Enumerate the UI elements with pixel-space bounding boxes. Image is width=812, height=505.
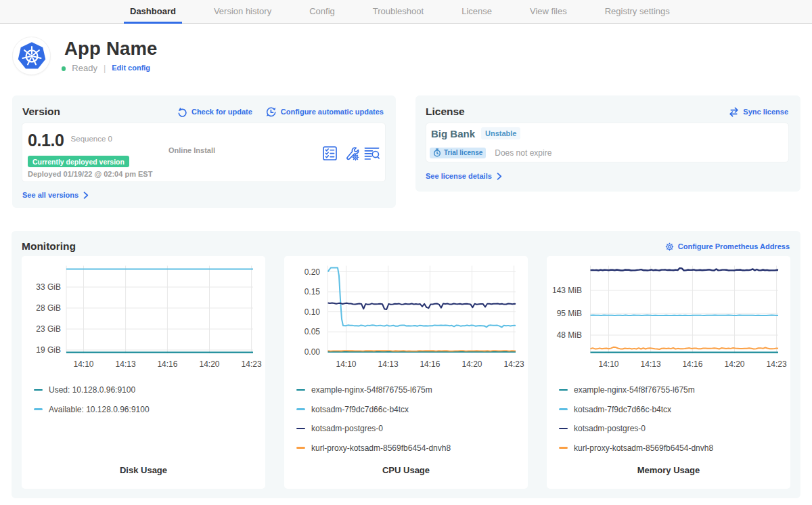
svg-text:143 MiB: 143 MiB <box>552 286 582 295</box>
svg-text:28 GiB: 28 GiB <box>36 303 61 313</box>
svg-text:14:20: 14:20 <box>199 359 219 369</box>
svg-text:0.10: 0.10 <box>304 307 321 317</box>
svg-text:14:10: 14:10 <box>336 359 356 369</box>
svg-text:14:23: 14:23 <box>767 359 787 369</box>
svg-text:14:20: 14:20 <box>724 359 744 369</box>
svg-text:14:16: 14:16 <box>420 359 440 369</box>
svg-text:33 GiB: 33 GiB <box>36 282 61 292</box>
svg-text:14:23: 14:23 <box>504 359 524 369</box>
svg-text:14:20: 14:20 <box>461 359 482 369</box>
svg-text:14:16: 14:16 <box>157 359 177 369</box>
svg-text:14:13: 14:13 <box>116 359 136 369</box>
svg-text:14:16: 14:16 <box>682 359 702 369</box>
svg-text:0.05: 0.05 <box>304 327 321 336</box>
svg-text:0.15: 0.15 <box>304 287 321 297</box>
svg-text:23 GiB: 23 GiB <box>36 324 61 334</box>
svg-text:14:13: 14:13 <box>378 359 399 369</box>
svg-text:14:10: 14:10 <box>598 359 618 369</box>
svg-text:95 MiB: 95 MiB <box>557 309 582 318</box>
svg-text:14:13: 14:13 <box>641 359 661 369</box>
svg-text:0.00: 0.00 <box>304 347 321 357</box>
svg-text:14:10: 14:10 <box>73 359 93 369</box>
svg-text:0.20: 0.20 <box>304 267 321 277</box>
svg-text:19 GiB: 19 GiB <box>36 345 61 355</box>
svg-text:14:23: 14:23 <box>242 359 262 369</box>
svg-text:48 MiB: 48 MiB <box>557 330 582 340</box>
